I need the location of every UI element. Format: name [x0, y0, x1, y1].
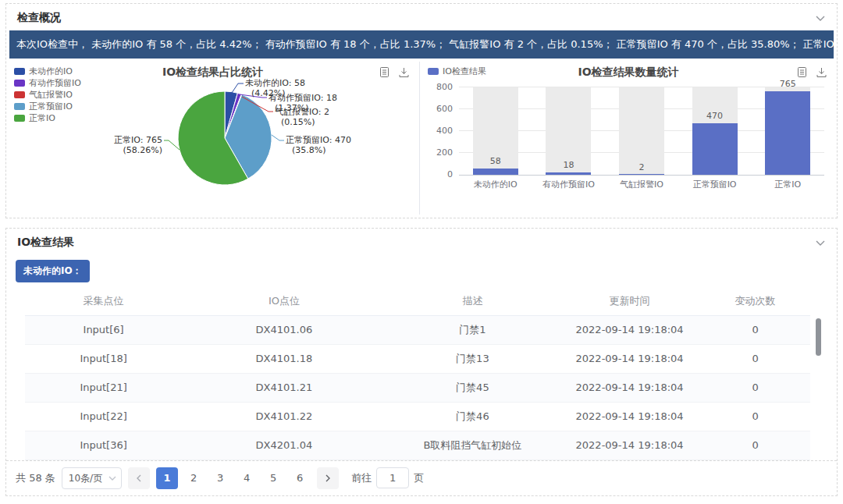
pie-label-line [164, 140, 180, 150]
prev-page-button[interactable] [128, 467, 150, 489]
bar-正常预留IO: 470正常预留IO [692, 87, 738, 175]
table-cell: 2022-09-14 19:18:04 [559, 431, 700, 460]
table-header-cell: 更新时间 [559, 287, 700, 315]
table-header-cell: 变动次数 [700, 287, 810, 315]
filter-badge: 未动作的IO： [16, 260, 90, 282]
table-row: Input[36]DX4201.04B取料阻挡气缸初始位2022-09-14 1… [25, 431, 810, 460]
table-cell: Input[22] [25, 402, 182, 431]
table-cell: 门禁46 [386, 402, 559, 431]
chevron-down-icon [108, 475, 116, 481]
table-cell: 0 [700, 315, 810, 344]
y-tick-label: 600 [436, 104, 453, 114]
bar-columns: 58未动作的IO18有动作预留IO2气缸报警IO470正常预留IO765正常IO [459, 88, 824, 175]
page-button-3[interactable]: 3 [209, 467, 231, 489]
pie-label: 正常预留IO: 470(35.8%) [286, 135, 351, 155]
table-cell: 2022-09-14 19:18:04 [559, 402, 700, 431]
y-tick-label: 200 [436, 147, 453, 158]
goto-suffix: 页 [414, 471, 424, 485]
page-button-1[interactable]: 1 [156, 467, 178, 489]
table-cell: 2022-09-14 19:18:04 [559, 315, 700, 344]
results-table: 采集点位IO点位描述更新时间变动次数 Input[6]DX4101.06门禁12… [25, 287, 810, 460]
goto-page: 前往 页 [351, 467, 424, 488]
table-cell: 0 [700, 402, 810, 431]
bar-有动作预留IO: 18有动作预留IO [546, 87, 591, 175]
y-tick-label: 0 [447, 169, 453, 179]
page-size-select[interactable]: 10条/页 [62, 467, 122, 489]
results-table-wrap: 采集点位IO点位描述更新时间变动次数 Input[6]DX4101.06门禁12… [25, 287, 823, 460]
table-cell: DX4101.22 [182, 402, 386, 431]
table-row: Input[21]DX4101.21门禁452022-09-14 19:18:0… [25, 373, 810, 402]
table-cell: DX4101.18 [182, 344, 386, 373]
legend-swatch [428, 68, 439, 75]
table-header-row: 采集点位IO点位描述更新时间变动次数 [25, 287, 810, 315]
pie-label: 正常IO: 765(58.26%) [103, 135, 162, 155]
page-button-2[interactable]: 2 [183, 467, 205, 489]
download-icon[interactable] [816, 66, 827, 78]
page-button-5[interactable]: 5 [262, 467, 284, 489]
table-cell: Input[18] [25, 344, 182, 373]
page-number-list: 123456 [156, 467, 311, 489]
table-cell: 门禁1 [386, 315, 559, 344]
table-cell: DX4101.21 [182, 373, 386, 402]
data-view-icon[interactable] [796, 66, 808, 78]
table-header-cell: 描述 [386, 287, 559, 315]
table-cell: Input[21] [25, 373, 182, 402]
table-row: Input[6]DX4101.06门禁12022-09-14 19:18:040 [25, 315, 810, 344]
y-tick-label: 400 [436, 126, 453, 136]
bar-chart-panel: IO检查结果数量统计 IO检查结果 0200400600800 58未动作的IO… [420, 62, 837, 215]
page-button-4[interactable]: 4 [236, 467, 258, 489]
bar-未动作的IO: 58未动作的IO [473, 87, 518, 175]
table-cell: 2022-09-14 19:18:04 [559, 344, 700, 373]
results-title: IO检查结果 [17, 236, 74, 250]
goto-page-input[interactable] [376, 467, 409, 488]
table-scrollbar[interactable] [816, 318, 821, 356]
legend-label: IO检查结果 [443, 66, 486, 77]
overview-title: 检查概况 [17, 11, 61, 25]
page-size-value: 10条/页 [69, 473, 102, 484]
pie-label-line [232, 83, 244, 93]
page-button-6[interactable]: 6 [289, 467, 311, 489]
table-cell: 门禁13 [386, 344, 559, 373]
table-cell: 0 [700, 344, 810, 373]
overview-header: 检查概况 [6, 4, 837, 30]
chart-toolbox [796, 66, 827, 78]
table-cell: 0 [700, 431, 810, 460]
y-tick-label: 800 [436, 82, 453, 92]
table-cell: 2022-09-14 19:18:04 [559, 373, 700, 402]
table-header-cell: IO点位 [182, 287, 386, 315]
charts-row: IO检查结果占比统计 未动作的IO 有动作预留IO 气缸报警IO 正常预留IO … [6, 59, 837, 218]
bar-legend: IO检查结果 [428, 66, 486, 77]
table-row: Input[22]DX4101.22门禁462022-09-14 19:18:0… [25, 402, 810, 431]
table-cell: 0 [700, 373, 810, 402]
table-cell: B取料阻挡气缸初始位 [386, 431, 559, 460]
table-cell: 门禁45 [386, 373, 559, 402]
pie-label: 气缸报警IO: 2(0.15%) [275, 107, 329, 127]
chevron-down-icon[interactable] [815, 13, 826, 23]
bar-chart: 0200400600800 58未动作的IO18有动作预留IO2气缸报警IO47… [459, 88, 824, 176]
bar-正常IO: 765正常IO [765, 87, 810, 175]
goto-label: 前往 [351, 471, 372, 485]
legend-item[interactable]: IO检查结果 [428, 66, 486, 77]
table-cell: Input[6] [25, 315, 182, 344]
pie-chart-panel: IO检查结果占比统计 未动作的IO 有动作预留IO 气缸报警IO 正常预留IO … [6, 62, 420, 215]
table-cell: DX4101.06 [182, 315, 386, 344]
summary-banner: 本次IO检查中， 未动作的IO 有 58 个，占比 4.42%； 有动作预留IO… [9, 30, 834, 59]
pie-label-line [272, 135, 284, 140]
pagination-bar: 共 58 条 10条/页 123456 前往 页 [6, 460, 837, 495]
next-page-button[interactable] [317, 467, 339, 489]
chevron-down-icon[interactable] [815, 238, 826, 247]
results-section: IO检查结果 未动作的IO： 采集点位IO点位描述更新时间变动次数 Input[… [5, 228, 838, 496]
bar-气缸报警IO: 2气缸报警IO [619, 87, 664, 175]
overview-section: 检查概况 本次IO检查中， 未动作的IO 有 58 个，占比 4.42%； 有动… [5, 3, 838, 218]
pie-chart [6, 62, 420, 218]
table-row: Input[18]DX4101.18门禁132022-09-14 19:18:0… [25, 344, 810, 373]
pagination-total: 共 58 条 [16, 471, 55, 485]
table-cell: Input[36] [25, 431, 182, 460]
results-header: IO检查结果 [6, 229, 837, 255]
table-header-cell: 采集点位 [25, 287, 182, 315]
table-cell: DX4201.04 [182, 431, 386, 460]
